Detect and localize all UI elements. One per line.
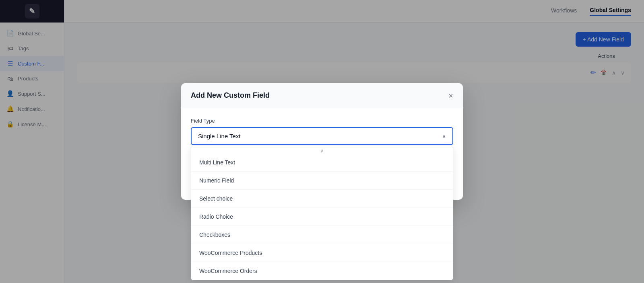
modal-header: Add New Custom Field × bbox=[181, 83, 463, 108]
modal-overlay: Add New Custom Field × Field Type Single… bbox=[0, 0, 644, 283]
modal-title: Add New Custom Field bbox=[191, 91, 270, 100]
modal-body: Field Type Single Line Text ∧ ∧ Multi Li… bbox=[181, 108, 463, 169]
chevron-up-icon: ∧ bbox=[442, 133, 446, 139]
close-modal-button[interactable]: × bbox=[448, 92, 453, 100]
dropdown-item-woo-products[interactable]: WooCommerce Products bbox=[191, 244, 453, 262]
field-type-select-wrapper: Single Line Text ∧ ∧ Multi Line Text Num… bbox=[191, 127, 453, 145]
add-custom-field-modal: Add New Custom Field × Field Type Single… bbox=[181, 83, 463, 200]
selected-value: Single Line Text bbox=[198, 133, 241, 139]
field-type-select[interactable]: Single Line Text ∧ bbox=[191, 127, 453, 145]
dropdown-item-radio-choice[interactable]: Radio Choice bbox=[191, 208, 453, 226]
dropdown-item-select-choice[interactable]: Select choice bbox=[191, 190, 453, 208]
dropdown-item-numeric[interactable]: Numeric Field bbox=[191, 172, 453, 190]
dropdown-list: ∧ Multi Line Text Numeric Field Select c… bbox=[191, 146, 453, 280]
dropdown-arrow: ∧ bbox=[191, 146, 453, 154]
dropdown-item-multiline[interactable]: Multi Line Text bbox=[191, 154, 453, 172]
dropdown-item-woo-orders[interactable]: WooCommerce Orders bbox=[191, 262, 453, 280]
dropdown-item-checkboxes[interactable]: Checkboxes bbox=[191, 226, 453, 244]
field-type-label: Field Type bbox=[191, 118, 453, 124]
